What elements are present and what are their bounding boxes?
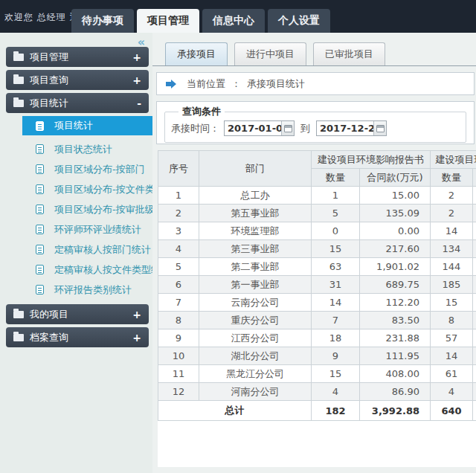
calendar-button[interactable]: [281, 121, 294, 135]
cell-amount1: 15.00: [360, 187, 431, 205]
cell-amount1: 111.95: [360, 347, 431, 365]
cell-amount1: 135.09: [360, 205, 431, 222]
breadcrumb-separator: ：: [231, 77, 241, 91]
cell-dept: 第三事业部: [199, 240, 312, 258]
document-icon: [36, 121, 44, 131]
subitem-label: 项目统计: [54, 119, 93, 132]
col-group-report-book: 建设项目环境影响报告书: [312, 151, 431, 169]
col-header-amount1: 合同款(万元): [360, 169, 431, 187]
document-icon: [36, 184, 44, 194]
calendar-button[interactable]: [373, 121, 386, 135]
col-header-seq: 序号: [158, 151, 199, 187]
document-icon: [36, 144, 44, 154]
folder-icon: [13, 311, 24, 318]
expand-icon: +: [132, 74, 141, 86]
cell-qty1: 4: [312, 383, 360, 401]
sidebar-subitem[interactable]: 项目状态统计: [0, 139, 152, 159]
cell-qty1: 14: [312, 294, 360, 312]
cell-qty2: 61: [431, 365, 473, 383]
cell-dept: 湖北分公司: [199, 347, 312, 365]
arrow-right-icon: [166, 80, 176, 89]
col-header-dept: 部门: [199, 151, 312, 187]
cell-amount1: 231.88: [360, 329, 431, 347]
top-tab-project-mgmt[interactable]: 项目管理: [137, 9, 199, 33]
cell-amount1: 217.60: [360, 240, 431, 258]
cell-amount1: 408.00: [360, 365, 431, 383]
cell-qty2: 4: [431, 383, 473, 401]
tab-approved-projects[interactable]: 已审批项目: [313, 42, 385, 65]
cell-qty2: 2: [431, 187, 473, 205]
sidebar-subitem[interactable]: 定稿审核人按部门统计: [0, 239, 152, 260]
cell-qty1: 15: [312, 240, 360, 258]
expand-icon: +: [132, 309, 141, 321]
col-group-report-form: 建设项目环境影响报告表: [431, 151, 476, 169]
cell-seq: 7: [158, 294, 199, 312]
collapse-sidebar-icon[interactable]: «: [138, 35, 145, 49]
cell-qty2: 2: [431, 205, 473, 222]
date-from-input[interactable]: [225, 122, 281, 135]
cell-dept: 云南分公司: [199, 294, 312, 312]
document-icon: [36, 164, 44, 174]
cell-amount2: [473, 294, 476, 312]
sidebar-subitem[interactable]: 项目区域分布-按文件类型: [0, 179, 152, 199]
cell-qty2: 57: [431, 329, 473, 347]
document-icon: [36, 285, 44, 295]
table-row: 10 湖北分公司 9 111.95 14: [158, 347, 476, 365]
section-label: 我的项目: [30, 308, 68, 321]
breadcrumb-page: 承接项目统计: [247, 77, 305, 91]
subitem-label: 环评报告类别统计: [54, 283, 132, 297]
cell-qty1: 7: [312, 312, 360, 329]
expand-icon: +: [132, 51, 141, 63]
sidebar-subitem[interactable]: 定稿审核人按文件类型统计: [0, 260, 152, 280]
sidebar-subitem[interactable]: 环评师环评业绩统计: [0, 219, 152, 239]
tab-undertaken-projects[interactable]: 承接项目: [165, 42, 228, 65]
document-icon: [36, 205, 44, 214]
sidebar-section-project-mgmt[interactable]: 项目管理 +: [6, 47, 149, 67]
sidebar-section-archive-query[interactable]: 档案查询 +: [6, 327, 149, 347]
section-label: 项目管理: [30, 51, 68, 64]
cell-dept: 第一事业部: [199, 276, 312, 294]
sidebar-subitem[interactable]: 环评报告类别统计: [0, 280, 152, 300]
cell-qty1: 63: [312, 258, 360, 276]
cell-seq: 1: [158, 187, 199, 205]
subitem-label: 项目区域分布-按审批级别: [54, 203, 164, 216]
cell-dept: 重庆分公司: [199, 312, 312, 329]
sidebar-section-project-stats[interactable]: 项目统计 -: [6, 93, 149, 113]
cell-qty2: 14: [431, 347, 473, 365]
total-row: 总计 182 3,992.88 640: [158, 401, 476, 421]
sidebar-section-my-projects[interactable]: 我的项目 +: [6, 304, 149, 324]
cell-amount1: 83.50: [360, 312, 431, 329]
expand-icon: +: [132, 332, 141, 344]
document-icon: [36, 245, 44, 254]
cell-qty1: 15: [312, 365, 360, 383]
cell-amount2: [473, 365, 476, 383]
subitem-label: 定稿审核人按部门统计: [54, 243, 151, 257]
sidebar-menu: 项目管理 + 项目查询 + 项目统计 - 项目统计 项目状态统计: [0, 33, 152, 347]
table-row: 11 黑龙江分公司 15 408.00 61: [158, 365, 476, 383]
sidebar-section-project-query[interactable]: 项目查询 +: [6, 70, 149, 90]
tab-in-progress-projects[interactable]: 进行中项目: [234, 42, 306, 65]
total-qty2: 640: [431, 401, 473, 421]
topbar: 欢迎您 总经理 退出 待办事项 项目管理 信息中心 个人设置: [0, 0, 476, 33]
top-tabs: 待办事项 项目管理 信息中心 个人设置: [71, 9, 330, 33]
sidebar-subitem[interactable]: 项目区域分布-按审批级别: [0, 199, 152, 219]
col-header-amount2: 合同款(万元): [473, 169, 476, 187]
sidebar-subitem-project-stats-selected[interactable]: 项目统计: [22, 116, 152, 135]
top-tab-todo[interactable]: 待办事项: [71, 9, 134, 33]
top-tab-info-center[interactable]: 信息中心: [202, 9, 265, 33]
document-icon: [36, 225, 44, 234]
stats-table-container: 序号 部门 建设项目环境影响报告书 建设项目环境影响报告表 数量 合同款(万元)…: [158, 150, 476, 467]
cell-qty2: 14: [431, 222, 473, 240]
document-icon: [36, 265, 44, 274]
sidebar-subitem[interactable]: 项目区域分布-按部门: [0, 159, 152, 179]
stats-table: 序号 部门 建设项目环境影响报告书 建设项目环境影响报告表 数量 合同款(万元)…: [158, 150, 476, 421]
table-row: 3 环境监理部 0 0.00 14: [158, 222, 476, 240]
cell-qty1: 18: [312, 329, 360, 347]
date-to-input[interactable]: [317, 122, 373, 135]
cell-qty2: 8: [431, 312, 473, 329]
cell-dept: 河南分公司: [199, 383, 312, 401]
top-tab-personal-settings[interactable]: 个人设置: [268, 9, 330, 33]
col-header-qty1: 数量: [312, 169, 360, 187]
cell-amount2: [473, 258, 476, 276]
cell-qty2: 185: [431, 276, 473, 294]
